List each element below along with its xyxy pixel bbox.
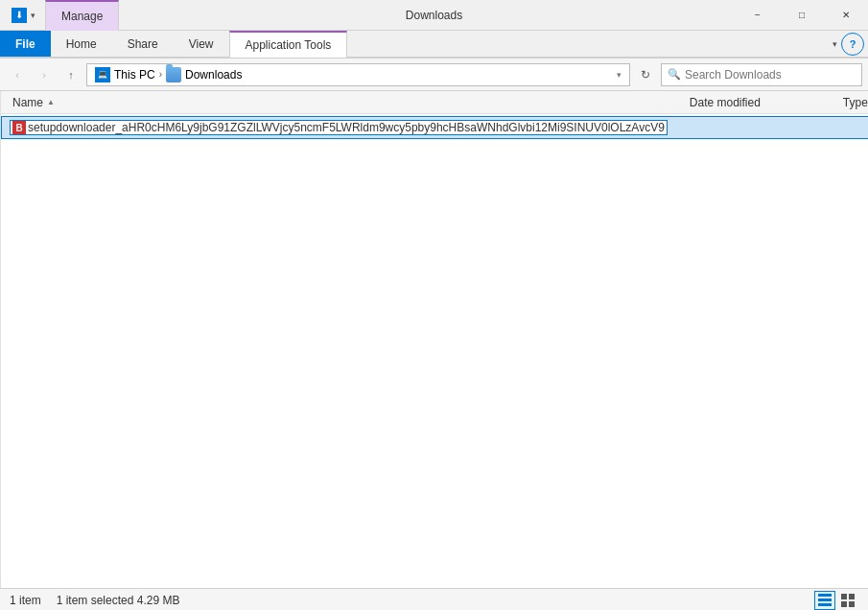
app-icon: ⬇ <box>12 8 27 23</box>
view-details-button[interactable] <box>814 591 835 610</box>
window-controls: − □ ✕ <box>736 0 868 31</box>
file-name-value: setupdownloader_aHR0cHM6Ly9jbG91ZGZlLWVj… <box>28 121 665 134</box>
tab-application-tools[interactable]: Application Tools <box>229 31 348 58</box>
search-icon: 🔍 <box>668 68 681 81</box>
path-this-pc: This PC <box>114 68 155 82</box>
maximize-button[interactable]: □ <box>780 0 824 31</box>
address-bar: ‹ › ↑ 💻 This PC › Downloads ▾ ↻ 🔍 <box>0 59 868 91</box>
view-toggle-group <box>814 591 858 610</box>
path-downloads: Downloads <box>185 68 242 82</box>
col-type-label: Type <box>843 96 868 109</box>
tb-dropdown-arrow[interactable]: ▾ <box>29 9 37 22</box>
col-name-sort-icon: ▲ <box>47 98 55 106</box>
svg-rect-0 <box>818 594 832 597</box>
pc-icon: 💻 <box>95 67 110 82</box>
title-tabs: Manage <box>45 0 119 31</box>
item-count: 1 item <box>10 594 41 607</box>
path-dropdown-arrow[interactable]: ▾ <box>617 70 622 80</box>
tab-file[interactable]: File <box>0 31 51 57</box>
svg-rect-1 <box>818 598 832 601</box>
close-button[interactable]: ✕ <box>824 0 868 31</box>
svg-rect-3 <box>841 594 847 599</box>
window-title: Downloads <box>406 9 462 22</box>
tab-view[interactable]: View <box>174 31 229 57</box>
col-header-name[interactable]: Name ▲ <box>9 96 686 109</box>
back-button[interactable]: ‹ <box>6 63 29 86</box>
tab-share[interactable]: Share <box>112 31 174 57</box>
svg-rect-4 <box>849 594 855 599</box>
refresh-button[interactable]: ↻ <box>634 63 657 86</box>
ribbon-help-button[interactable]: ? <box>841 33 864 56</box>
tab-manage-title[interactable]: Manage <box>45 0 119 31</box>
svg-rect-2 <box>818 603 832 606</box>
search-box[interactable]: 🔍 <box>661 63 862 86</box>
view-large-button[interactable] <box>837 591 858 610</box>
column-headers: Name ▲ Date modified Type Size <box>1 91 868 114</box>
search-input[interactable] <box>685 68 856 82</box>
file-name-text: B setupdownloader_aHR0cHM6Ly9jbG91ZGZlLW… <box>10 120 668 135</box>
forward-button[interactable]: › <box>33 63 56 86</box>
col-header-type[interactable]: Type <box>839 96 868 109</box>
file-list: B setupdownloader_aHR0cHM6Ly9jbG91ZGZlLW… <box>1 114 868 588</box>
selected-info: 1 item selected 4.29 MB <box>57 594 180 607</box>
main-layout: ▾ ★ Quick access Desktop 📌 Downloads 📌 D… <box>0 91 868 588</box>
content-area: Name ▲ Date modified Type Size B setupdo… <box>1 91 868 588</box>
svg-rect-6 <box>849 601 855 607</box>
status-bar: 1 item 1 item selected 4.29 MB <box>0 588 868 610</box>
ribbon: File Home Share View Application Tools ▾… <box>0 31 868 59</box>
svg-rect-5 <box>841 601 847 607</box>
col-name-label: Name <box>12 96 43 109</box>
ribbon-right-controls: ▾ ? <box>825 31 868 57</box>
col-date-label: Date modified <box>690 96 761 109</box>
file-name-cell: B setupdownloader_aHR0cHM6Ly9jbG91ZGZlLW… <box>10 120 668 135</box>
title-bar-left: ⬇ ▾ Manage <box>0 0 736 31</box>
ribbon-expand-icon[interactable]: ▾ <box>829 37 841 51</box>
title-bar: ⬇ ▾ Manage Downloads − □ ✕ <box>0 0 868 31</box>
minimize-button[interactable]: − <box>736 0 780 31</box>
ribbon-tab-bar: File Home Share View Application Tools ▾… <box>0 31 868 58</box>
col-header-date[interactable]: Date modified <box>686 96 839 109</box>
quick-access-toolbar: ⬇ ▾ <box>8 8 41 23</box>
file-badge: B <box>12 121 26 134</box>
downloads-folder-icon <box>166 67 181 82</box>
address-path[interactable]: 💻 This PC › Downloads ▾ <box>86 63 630 86</box>
path-separator-1: › <box>159 69 162 80</box>
up-button[interactable]: ↑ <box>59 63 82 86</box>
table-row[interactable]: B setupdownloader_aHR0cHM6Ly9jbG91ZGZlLW… <box>1 116 868 139</box>
tab-home[interactable]: Home <box>51 31 112 57</box>
